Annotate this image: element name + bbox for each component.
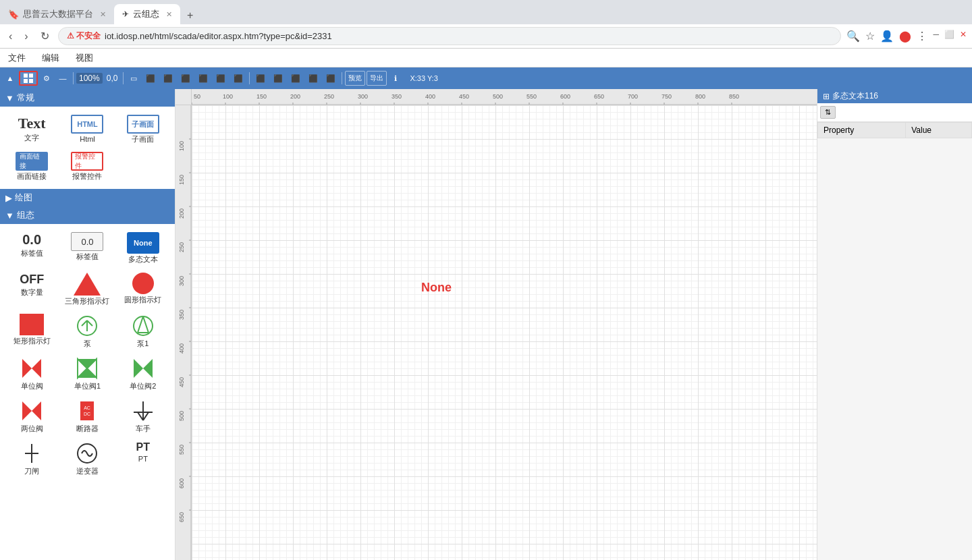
pump1-label: 泵1 [137, 339, 148, 348]
sidebar-item-breaker[interactable]: AC DC 断路器 [61, 396, 113, 436]
sidebar-item-label-num[interactable]: 0.0 标签值 [5, 229, 58, 267]
valve-two-icon [20, 399, 44, 423]
url-box[interactable]: ⚠ 不安全 iot.idosp.net/html/scada/editor.as… [58, 27, 842, 45]
svg-text:250: 250 [324, 93, 334, 100]
svg-text:50: 50 [194, 93, 200, 100]
sidebar-item-pump1[interactable]: 泵1 [117, 311, 169, 351]
tab-bar: 🔖 思普云大数据平台 ✕ ✈ 云组态 ✕ + [0, 0, 972, 24]
svg-line-5 [82, 320, 87, 326]
toolbar-delete-btn[interactable]: — [55, 71, 70, 86]
sidebar-item-valve-single1[interactable]: 单位阀1 [61, 354, 113, 393]
menu-edit[interactable]: 编辑 [39, 51, 62, 65]
toolbar-align-vcenter-btn[interactable]: ⬛ [213, 71, 229, 86]
toolbar-b3[interactable]: ⬛ [288, 71, 304, 86]
toolbar-align-hcenter-btn[interactable]: ⬛ [160, 71, 176, 86]
sidebar-item-valve-single[interactable]: 单位阀 [5, 354, 58, 393]
svg-text:600: 600 [178, 478, 185, 488]
circle-light-icon [132, 273, 154, 294]
sidebar-item-subscreen[interactable]: 子画面 子画面 [117, 112, 169, 146]
valve-single2-icon [131, 356, 155, 381]
sidebar-item-rectifier[interactable]: 逆变器 [61, 439, 113, 478]
svg-rect-0 [24, 74, 28, 78]
toolbar-preview-btn[interactable]: 预览 [345, 71, 365, 86]
toolbar-component-btn[interactable] [19, 71, 38, 86]
toolbar-b5[interactable]: ⬛ [323, 71, 339, 86]
forward-button[interactable]: › [21, 29, 31, 44]
digital-label: 数字量 [21, 288, 43, 297]
section-drawing-header[interactable]: ▶ 绘图 [0, 189, 175, 206]
alarm-icon: 报警控件 [71, 152, 103, 171]
pt-label: PT [138, 455, 148, 464]
svg-text:700: 700 [628, 93, 638, 100]
toolbar-info-btn[interactable]: ℹ [388, 71, 403, 86]
property-col-header: Property [818, 123, 906, 138]
toolbar-b2[interactable]: ⬛ [270, 71, 286, 86]
toolbar-export-btn[interactable]: 导出 [367, 71, 387, 86]
toolbar-select-btn[interactable]: ▲ [3, 71, 18, 86]
sidebar-item-crane[interactable]: 车手 [117, 396, 169, 436]
toolbar-offset: 0,0 [104, 74, 121, 83]
toolbar-align-right-btn[interactable]: ⬛ [178, 71, 194, 86]
min-icon[interactable]: ─ [933, 30, 939, 43]
menu-view[interactable]: 视图 [73, 51, 96, 65]
right-panel-sort-btn[interactable]: ⇅ [820, 106, 836, 119]
svg-marker-12 [22, 359, 41, 378]
profile-icon[interactable]: 👤 [880, 30, 894, 43]
tab-2[interactable]: ✈ 云组态 ✕ [114, 4, 180, 24]
sidebar-item-valve-single2[interactable]: 单位阀2 [117, 354, 169, 393]
tab-2-close[interactable]: ✕ [166, 10, 172, 19]
svg-line-24 [143, 412, 148, 420]
toolbar-b4[interactable]: ⬛ [305, 71, 321, 86]
sidebar-item-valve-two[interactable]: 两位阀 [5, 396, 58, 436]
svg-text:250: 250 [178, 242, 185, 252]
sidebar-item-text[interactable]: Text 文字 [5, 112, 58, 146]
toolbar-zoom: 100% [76, 73, 103, 84]
sidebar-item-pump[interactable]: 泵 [61, 311, 113, 351]
sidebar-item-rect-light[interactable]: 矩形指示灯 [5, 311, 58, 351]
sidebar-item-transformer[interactable]: 刀闸 [5, 439, 58, 478]
sidebar-item-circle-light[interactable]: 圆形指示灯 [117, 270, 169, 308]
section-normal-header[interactable]: ▼ 常规 [0, 89, 175, 107]
tab-1[interactable]: 🔖 思普云大数据平台 ✕ [0, 4, 114, 24]
star-icon[interactable]: ☆ [865, 30, 875, 43]
sidebar-item-digital[interactable]: OFF 数字量 [5, 270, 58, 308]
sidebar-item-alarm[interactable]: 报警控件 报警控件 [61, 149, 113, 184]
back-button[interactable]: ‹ [5, 29, 16, 44]
menu-icon[interactable]: ⋮ [917, 30, 927, 43]
svg-text:400: 400 [425, 93, 435, 100]
extensions-icon[interactable]: ⬤ [899, 30, 911, 43]
menu-file[interactable]: 文件 [5, 51, 28, 65]
sidebar-item-triangle-light[interactable]: 三角形指示灯 [61, 270, 113, 308]
toolbar-b1[interactable]: ⬛ [252, 71, 269, 86]
svg-rect-1 [29, 74, 33, 78]
sidebar-item-html[interactable]: HTML Html [61, 112, 113, 146]
sidebar: ▼ 常规 Text 文字 HTML Html 子画面 子画面 [0, 89, 176, 560]
sidebar-item-multitext[interactable]: None 多态文本 [117, 229, 169, 267]
sidebar-item-pagelink[interactable]: 画面链接 画面链接 [5, 149, 58, 184]
svg-text:DC: DC [84, 412, 90, 416]
subscreen-icon: 子画面 [127, 115, 159, 134]
tab-1-close[interactable]: ✕ [100, 10, 106, 19]
new-tab-button[interactable]: + [180, 7, 200, 24]
svg-text:300: 300 [358, 93, 368, 100]
svg-text:500: 500 [493, 93, 503, 100]
sidebar-item-pt[interactable]: PT PT [117, 439, 169, 478]
section-states-header[interactable]: ▼ 组态 [0, 206, 175, 224]
canvas-wrapper[interactable]: None [192, 105, 817, 560]
toolbar-align-top-btn[interactable]: ⬛ [195, 71, 211, 86]
toolbar-align-bottom-btn[interactable]: ⬛ [230, 71, 246, 86]
toolbar-settings-btn[interactable]: ⚙ [39, 71, 54, 86]
toolbar-align-left-btn[interactable]: ⬛ [142, 71, 159, 86]
refresh-button[interactable]: ↻ [37, 28, 53, 44]
svg-text:400: 400 [178, 343, 185, 354]
section-states-arrow: ▼ [5, 211, 14, 221]
max-icon[interactable]: ⬜ [944, 30, 954, 43]
search-icon[interactable]: 🔍 [846, 30, 860, 43]
close-icon[interactable]: ✕ [960, 30, 967, 43]
svg-text:AC: AC [84, 405, 91, 410]
transformer-label: 刀闸 [24, 467, 39, 476]
valve-single-label: 单位阀 [21, 382, 43, 391]
svg-text:600: 600 [560, 93, 570, 100]
sidebar-item-label-box[interactable]: 0.0 标签值 [61, 229, 113, 267]
toolbar-rect-btn[interactable]: ▭ [126, 71, 141, 86]
